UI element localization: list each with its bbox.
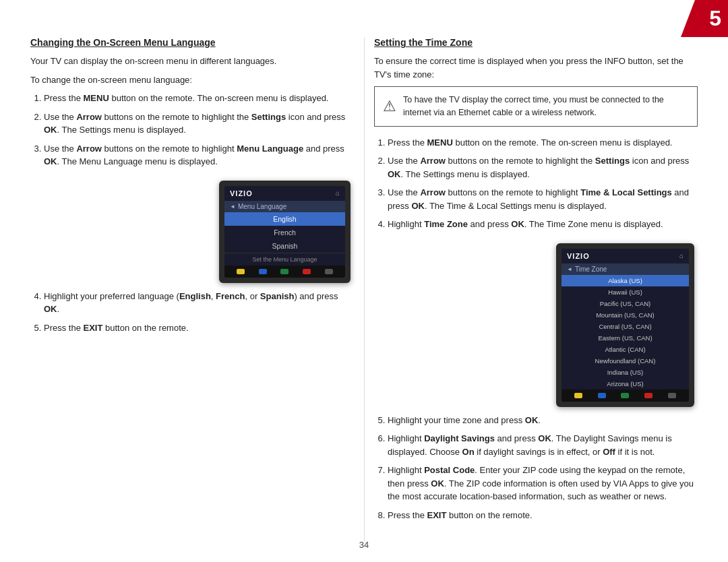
warning-icon: ⚠ (383, 95, 396, 117)
page-number-bottom: 34 (359, 540, 369, 550)
tv-item-english: English (224, 212, 345, 226)
left-intro1: Your TV can display the on-screen menu i… (30, 55, 354, 68)
tz-item-newfoundland: Newfoundland (CAN) (562, 355, 689, 367)
tv-bottom-bar-right (562, 389, 689, 402)
right-step-1: Press the MENU button on the remote. The… (388, 136, 698, 150)
left-step-2: Use the Arrow buttons on the remote to h… (44, 111, 354, 137)
left-section-title: Changing the On-Screen Menu Language (30, 37, 354, 48)
right-intro: To ensure the correct time is displayed … (374, 55, 698, 81)
tv-header-icon-right: ⌂ (679, 252, 684, 259)
tv-footer-left: Set the Menu Language (224, 253, 345, 266)
tv-bottom-bar-left (224, 266, 345, 278)
tv-btn-yellow-r (574, 393, 582, 398)
tz-item-indiana: Indiana (US) (562, 367, 689, 378)
right-step-2: Use the Arrow buttons on the remote to h… (388, 154, 698, 181)
tz-item-central: Central (US, CAN) (562, 321, 689, 332)
left-steps-list-cont: Highlight your preferred language (Engli… (30, 290, 354, 340)
right-steps-list: Press the MENU button on the remote. The… (374, 136, 698, 237)
left-step-3: Use the Arrow buttons on the remote to h… (44, 142, 354, 168)
left-step-1: Press the MENU button on the remote. The… (44, 92, 354, 105)
tv-btn-gray (325, 269, 333, 274)
tz-item-atlantic: Atlantic (CAN) (562, 344, 689, 355)
time-zone-screen: VIZIO ⌂ Time Zone Alaska (US) Hawaii (US… (556, 243, 694, 407)
tv-btn-red (303, 269, 311, 274)
left-steps-list: Press the MENU button on the remote. The… (30, 92, 354, 174)
tv-btn-green-r (621, 393, 629, 398)
tv-menu-label-left: Menu Language (224, 201, 345, 212)
right-step-7: Highlight Postal Code. Enter your ZIP co… (388, 464, 698, 503)
tv-btn-blue (259, 269, 267, 274)
menu-language-screen: VIZIO ⌂ Menu Language English French Spa… (219, 181, 351, 283)
left-column: Changing the On-Screen Menu Language You… (30, 37, 354, 542)
left-step-5: Press the EXIT button on the remote. (44, 321, 354, 335)
tv-header-icon: ⌂ (336, 189, 340, 197)
tv-item-french: French (224, 226, 345, 239)
tv-menu-label-right: Time Zone (562, 263, 689, 275)
tz-item-alaska: Alaska (US) (562, 275, 689, 286)
tv-btn-yellow (237, 269, 245, 274)
tv-logo-right: VIZIO (567, 252, 590, 260)
tv-item-spanish: Spanish (224, 239, 345, 253)
right-column: Setting the Time Zone To ensure the corr… (374, 37, 698, 542)
tz-item-pacific: Pacific (US, CAN) (562, 298, 689, 309)
tv-btn-gray-r (668, 393, 676, 398)
right-step-4: Highlight Time Zone and press OK. The Ti… (388, 218, 698, 231)
warning-box: ⚠ To have the TV display the correct tim… (374, 86, 698, 127)
page-number-badge: 5 (709, 6, 721, 31)
column-divider (364, 37, 365, 542)
right-step-3: Use the Arrow buttons on the remote to h… (388, 186, 698, 212)
right-step-5: Highlight your time zone and press OK. (388, 414, 698, 427)
right-step-6: Highlight Daylight Savings and press OK.… (388, 432, 698, 458)
tz-item-mountain: Mountain (US, CAN) (562, 309, 689, 321)
tz-item-eastern: Eastern (US, CAN) (562, 332, 689, 344)
tv-btn-blue-r (598, 393, 606, 398)
tv-logo-left: VIZIO (230, 189, 253, 197)
right-steps-list-cont: Highlight your time zone and press OK. H… (374, 414, 698, 528)
tz-item-arizona: Arizona (US) (562, 378, 689, 389)
tz-item-hawaii: Hawaii (US) (562, 286, 689, 298)
tv-btn-green (280, 269, 289, 274)
tv-btn-red-r (644, 393, 653, 398)
left-step-4: Highlight your preferred language (Engli… (44, 290, 354, 316)
right-step-8: Press the EXIT button on the remote. (388, 509, 698, 522)
right-section-title: Setting the Time Zone (374, 37, 698, 48)
left-intro2: To change the on-screen menu language: (30, 73, 354, 87)
warning-text: To have the TV display the correct time,… (403, 94, 689, 119)
